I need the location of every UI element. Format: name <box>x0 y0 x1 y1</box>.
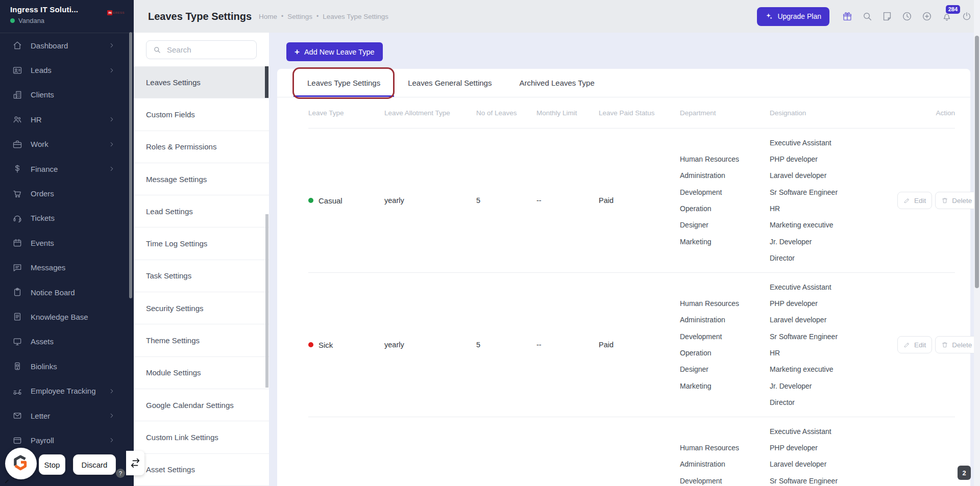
add-new-leave-type-button[interactable]: + Add New Leave Type <box>286 42 383 61</box>
tab-archived-leaves-type[interactable]: Archived Leaves Type <box>505 69 608 97</box>
breadcrumb-item-leaves-type-settings[interactable]: Leaves Type Settings <box>323 13 388 20</box>
clipboard-icon <box>12 287 22 297</box>
tab-leaves-general-settings[interactable]: Leaves General Settings <box>394 69 505 97</box>
notes-button[interactable] <box>881 11 893 22</box>
sidebar-item-dashboard[interactable]: Dashboard <box>0 33 134 58</box>
settings-item-time-log-settings[interactable]: Time Log Settings <box>134 227 269 260</box>
table-row: Sick yearly 5 -- Paid Human ResourcesAdm… <box>308 273 955 417</box>
chevron-right-icon <box>108 141 115 148</box>
power-icon <box>961 11 972 22</box>
sidebar-item-letter[interactable]: Letter <box>0 403 134 428</box>
designation-item: PHP developer <box>770 295 818 312</box>
designation-item: Jr. Developer <box>770 378 812 394</box>
sidebar-item-orders[interactable]: Orders <box>0 181 134 206</box>
settings-item-task-settings[interactable]: Task Settings <box>134 260 269 292</box>
search-input[interactable] <box>166 45 250 55</box>
settings-item-label: Custom Fields <box>146 110 195 119</box>
tab-leaves-type-settings[interactable]: Leaves Type Settings <box>293 69 394 97</box>
breadcrumb-item-settings[interactable]: Settings <box>287 13 312 20</box>
monthly-limit-cell <box>536 417 599 486</box>
settings-item-lead-settings[interactable]: Lead Settings <box>134 195 269 227</box>
page-scrollbar-thumb[interactable] <box>975 36 979 288</box>
notifications-button[interactable]: 284 <box>941 11 952 22</box>
allotment-type-cell <box>384 417 476 486</box>
settings-item-leaves-settings[interactable]: Leaves Settings <box>134 66 269 98</box>
recorder-logo-icon <box>12 454 30 473</box>
sidebar-item-clients[interactable]: Clients <box>0 83 134 107</box>
settings-item-asset-settings[interactable]: Asset Settings <box>134 454 269 486</box>
search-button[interactable] <box>862 11 873 22</box>
sidebar-scrollbar[interactable] <box>129 32 132 298</box>
settings-search[interactable] <box>146 40 257 59</box>
gift-button[interactable] <box>842 11 853 22</box>
sidebar-item-hr[interactable]: HR <box>0 107 134 132</box>
gift-icon <box>842 11 853 22</box>
clock-button[interactable] <box>901 11 913 22</box>
sidebar-item-work[interactable]: Work <box>0 132 134 157</box>
upgrade-plan-label: Upgrade Plan <box>777 12 821 20</box>
edit-button[interactable]: Edit <box>897 192 932 209</box>
edit-button[interactable]: Edit <box>897 336 932 353</box>
settings-item-google-calendar-settings[interactable]: Google Calendar Settings <box>134 389 269 421</box>
calendar-icon <box>12 238 22 248</box>
dollar-icon <box>12 164 22 174</box>
designation-item: PHP developer <box>770 440 818 456</box>
sidebar-item-events[interactable]: Events <box>0 231 134 255</box>
sidebar-item-employee-tracking[interactable]: Employee Tracking <box>0 378 134 403</box>
no-of-leaves-cell: 5 <box>476 273 536 417</box>
action-cell <box>897 417 955 486</box>
sidebar-item-notice-board[interactable]: Notice Board <box>0 280 134 304</box>
collapse-chevron-icon[interactable] <box>3 478 11 486</box>
settings-scrollbar-thumb-lower[interactable] <box>265 214 268 388</box>
upgrade-plan-button[interactable]: Upgrade Plan <box>757 7 829 26</box>
designation-item: Executive Assistant <box>770 423 831 440</box>
sidebar-item-tickets[interactable]: Tickets <box>0 206 134 231</box>
paid-status-cell <box>599 417 680 486</box>
discard-button[interactable]: Discard <box>73 454 116 475</box>
document-icon <box>12 312 22 322</box>
settings-item-theme-settings[interactable]: Theme Settings <box>134 324 269 356</box>
breadcrumb-item-home[interactable]: Home <box>259 13 277 20</box>
swap-sides-button[interactable] <box>126 451 144 475</box>
settings-item-label: Security Settings <box>146 304 204 313</box>
department-item: Administration <box>680 167 725 184</box>
settings-item-roles-permissions[interactable]: Roles & Permissions <box>134 131 269 163</box>
sidebar-item-leads[interactable]: Leads <box>0 58 134 82</box>
power-button[interactable] <box>961 11 972 22</box>
sidebar-item-finance[interactable]: Finance <box>0 157 134 181</box>
envelope-icon <box>12 411 22 421</box>
department-cell: Human ResourcesAdministrationDevelopment… <box>680 129 770 272</box>
settings-item-custom-fields[interactable]: Custom Fields <box>134 98 269 131</box>
chevron-right-icon <box>108 412 115 419</box>
department-item: Marketing <box>680 234 711 250</box>
settings-item-module-settings[interactable]: Module Settings <box>134 357 269 389</box>
current-user: Vandana <box>10 17 78 24</box>
settings-item-security-settings[interactable]: Security Settings <box>134 292 269 324</box>
settings-item-message-settings[interactable]: Message Settings <box>134 163 269 195</box>
breadcrumb: Home•Settings•Leaves Type Settings <box>259 13 388 20</box>
tab-bar: Leaves Type Settings Leaves General Sett… <box>277 69 970 97</box>
tab-label: Archived Leaves Type <box>519 79 594 87</box>
page-number-badge[interactable]: 2 <box>958 466 971 480</box>
delete-label: Delete <box>952 197 972 204</box>
delete-button[interactable]: Delete <box>935 336 978 353</box>
settings-scrollbar-thumb[interactable] <box>265 66 268 98</box>
sidebar-item-label: Events <box>31 239 124 247</box>
sidebar-item-knowledge-base[interactable]: Knowledge Base <box>0 304 134 329</box>
department-item: Human Resources <box>680 295 739 312</box>
sidebar-item-messages[interactable]: Messages <box>0 255 134 280</box>
discard-label: Discard <box>82 461 108 469</box>
delete-button[interactable]: Delete <box>935 192 978 209</box>
help-badge[interactable]: ? <box>116 469 125 478</box>
settings-item-custom-link-settings[interactable]: Custom Link Settings <box>134 421 269 453</box>
sidebar-item-assets[interactable]: Assets <box>0 329 134 354</box>
designation-item: Sr Software Engineer <box>770 473 838 486</box>
plus-circle-button[interactable] <box>921 11 933 22</box>
company-name[interactable]: Ingress IT Soluti... <box>10 5 78 14</box>
designation-item: Director <box>770 250 795 266</box>
recorder-logo[interactable] <box>5 448 37 479</box>
sidebar-item-label: HR <box>31 115 108 124</box>
department-item: Development <box>680 328 722 345</box>
stop-button[interactable]: Stop <box>39 454 65 475</box>
sidebar-item-biolinks[interactable]: Biolinks <box>0 354 134 378</box>
